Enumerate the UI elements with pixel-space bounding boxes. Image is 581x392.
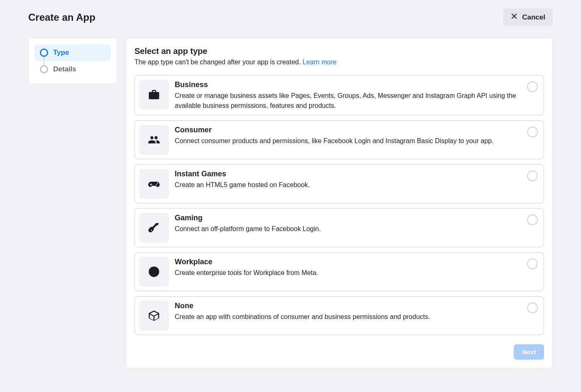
cancel-button[interactable]: Cancel xyxy=(503,8,553,26)
option-title: Consumer xyxy=(175,126,521,134)
option-desc: Create an app with combinations of consu… xyxy=(175,312,521,322)
subtext-text: The app type can't be changed after your… xyxy=(134,58,303,66)
main-panel: Select an app type The app type can't be… xyxy=(126,38,553,368)
option-workplace[interactable]: Workplace Create enterprise tools for Wo… xyxy=(134,252,544,291)
step-label: Type xyxy=(53,49,69,57)
option-desc: Connect an off-platform game to Facebook… xyxy=(175,224,521,234)
option-radio[interactable] xyxy=(527,302,538,313)
option-none[interactable]: None Create an app with combinations of … xyxy=(134,296,544,335)
option-title: Instant Games xyxy=(175,170,521,178)
option-gaming[interactable]: Gaming Connect an off-platform game to F… xyxy=(134,208,544,247)
option-desc: Connect consumer products and permission… xyxy=(175,136,521,146)
users-icon xyxy=(139,125,169,155)
option-radio[interactable] xyxy=(527,170,538,181)
option-desc: Create enterprise tools for Workplace fr… xyxy=(175,268,521,278)
option-title: Gaming xyxy=(175,214,521,222)
option-body: Gaming Connect an off-platform game to F… xyxy=(175,213,521,234)
option-desc: Create or manage business assets like Pa… xyxy=(175,91,521,111)
option-radio[interactable] xyxy=(527,127,538,137)
option-body: Consumer Connect consumer products and p… xyxy=(175,125,521,146)
option-desc: Create an HTML5 game hosted on Facebook. xyxy=(175,180,521,190)
option-title: None xyxy=(175,302,521,310)
guitar-icon xyxy=(139,213,169,243)
step-circle-icon xyxy=(40,49,48,57)
workplace-icon xyxy=(139,257,169,287)
main-subtext: The app type can't be changed after your… xyxy=(134,58,544,66)
footer: Next xyxy=(134,344,544,360)
option-radio[interactable] xyxy=(527,258,538,269)
option-title: Business xyxy=(175,80,521,89)
step-label: Details xyxy=(53,65,76,73)
layout: Type Details Select an app type The app … xyxy=(28,38,553,368)
option-body: Workplace Create enterprise tools for Wo… xyxy=(175,257,521,278)
gamepad-icon xyxy=(139,169,169,199)
sidebar: Type Details xyxy=(28,38,117,84)
option-business[interactable]: Business Create or manage business asset… xyxy=(134,75,544,115)
main-heading: Select an app type xyxy=(134,46,544,56)
page-title: Create an App xyxy=(28,12,95,23)
header: Create an App Cancel xyxy=(28,8,553,26)
option-body: None Create an app with combinations of … xyxy=(175,301,521,322)
cancel-label: Cancel xyxy=(522,13,545,22)
option-consumer[interactable]: Consumer Connect consumer products and p… xyxy=(134,120,544,159)
step-circle-icon xyxy=(40,65,48,73)
close-icon xyxy=(510,12,518,22)
option-body: Instant Games Create an HTML5 game hoste… xyxy=(175,169,521,190)
step-details[interactable]: Details xyxy=(35,61,111,78)
learn-more-link[interactable]: Learn more xyxy=(303,58,337,66)
option-title: Workplace xyxy=(175,258,521,266)
option-body: Business Create or manage business asset… xyxy=(175,80,521,111)
option-radio[interactable] xyxy=(527,214,538,225)
step-type[interactable]: Type xyxy=(35,44,111,61)
briefcase-icon xyxy=(139,80,169,110)
option-radio[interactable] xyxy=(527,81,538,92)
next-button[interactable]: Next xyxy=(514,344,544,360)
cube-icon xyxy=(139,301,169,331)
option-instant-games[interactable]: Instant Games Create an HTML5 game hoste… xyxy=(134,164,544,203)
